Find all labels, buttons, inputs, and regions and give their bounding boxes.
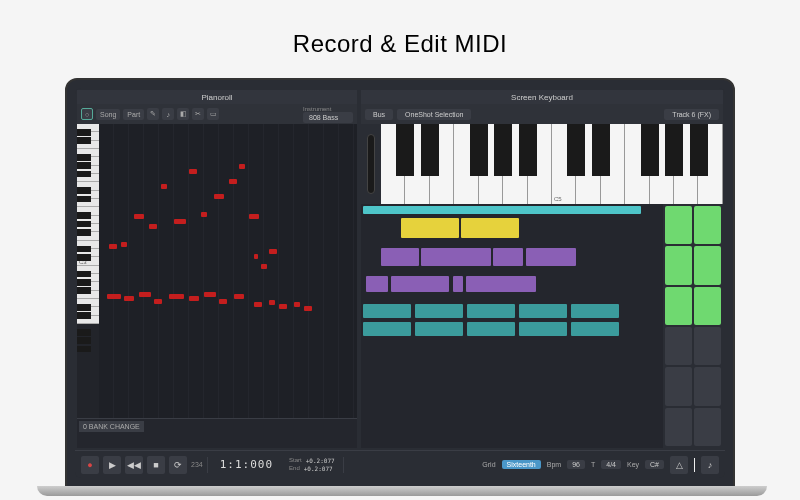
midi-note[interactable] [109,244,117,249]
clip[interactable] [391,276,449,292]
position-display[interactable]: 1:1:000 [212,458,281,471]
key-value[interactable]: C# [645,460,664,469]
midi-note[interactable] [261,264,267,269]
midi-note[interactable] [269,300,275,305]
clip[interactable] [415,304,463,318]
drum-pad[interactable] [694,206,721,244]
clips-timeline[interactable] [361,204,663,448]
clip[interactable] [381,248,419,266]
select-tool-icon[interactable]: ▭ [207,108,219,120]
clip[interactable] [467,304,515,318]
midi-note[interactable] [169,294,184,299]
loop-button[interactable]: ⟳ [169,456,187,474]
midi-note[interactable] [134,214,144,219]
stop-button[interactable]: ■ [147,456,165,474]
drum-pad[interactable] [665,327,692,365]
mod-pitch-wheels[interactable] [361,124,381,204]
piano-key-black[interactable] [592,124,610,176]
midi-note[interactable] [254,254,258,259]
clip[interactable] [363,206,641,214]
midi-note[interactable] [107,294,121,299]
clip[interactable] [571,322,619,336]
grid-selector[interactable]: Sixteenth [502,460,541,469]
midi-note[interactable] [121,242,127,247]
bpm-value[interactable]: 96 [567,460,585,469]
pianoroll-editor[interactable]: C3 [77,124,357,418]
drum-pad[interactable] [665,367,692,405]
clip[interactable] [363,304,411,318]
midi-note[interactable] [219,299,227,304]
midi-note[interactable] [201,212,207,217]
metronome-icon[interactable]: △ [670,456,688,474]
drum-pad[interactable] [665,246,692,284]
midi-note[interactable] [254,302,262,307]
note-snap-icon[interactable]: ♪ [701,456,719,474]
midi-note[interactable] [279,304,287,309]
drum-pad[interactable] [665,287,692,325]
clip[interactable] [519,322,567,336]
midi-note[interactable] [149,224,157,229]
piano-keys-column[interactable] [77,124,99,418]
clip[interactable] [526,248,576,266]
clip[interactable] [421,248,491,266]
clip[interactable] [519,304,567,318]
clip[interactable] [363,322,411,336]
pitch-wheel[interactable] [367,134,375,194]
clip[interactable] [401,218,459,238]
midi-note[interactable] [249,214,259,219]
drum-pad[interactable] [694,367,721,405]
midi-note[interactable] [154,299,162,304]
midi-note[interactable] [234,294,244,299]
timesig-value[interactable]: 4/4 [601,460,621,469]
mode-song-button[interactable]: Song [96,109,120,120]
drum-pad[interactable] [665,206,692,244]
clip[interactable] [453,276,463,292]
midi-note[interactable] [189,169,197,174]
piano-key-black[interactable] [690,124,708,176]
clip[interactable] [461,218,519,238]
midi-note[interactable] [239,164,245,169]
midi-note[interactable] [294,302,300,307]
midi-note[interactable] [269,249,277,254]
instrument-selector[interactable]: 808 Bass [303,112,353,123]
lane-type-label[interactable]: 0 BANK CHANGE [79,421,144,432]
clip[interactable] [467,322,515,336]
midi-note[interactable] [124,296,134,301]
note-tool-icon[interactable]: ♪ [162,108,174,120]
midi-note[interactable] [139,292,151,297]
midi-note[interactable] [189,296,199,301]
piano-key-black[interactable] [665,124,683,176]
rewind-button[interactable]: ◀◀ [125,456,143,474]
drum-pads-grid[interactable] [663,204,723,448]
piano-key-black[interactable] [470,124,488,176]
mode-part-button[interactable]: Part [123,109,144,120]
piano-key-black[interactable] [567,124,585,176]
eraser-tool-icon[interactable]: ◧ [177,108,189,120]
bus-button[interactable]: Bus [365,109,393,120]
record-button[interactable]: ● [81,456,99,474]
midi-note[interactable] [161,184,167,189]
midi-note[interactable] [304,306,312,311]
piano-key-black[interactable] [396,124,414,176]
clip[interactable] [466,276,536,292]
drum-pad[interactable] [694,327,721,365]
clip[interactable] [493,248,523,266]
cut-tool-icon[interactable]: ✂ [192,108,204,120]
midi-note[interactable] [174,219,186,224]
automation-lane[interactable]: 0 BANK CHANGE [77,418,357,448]
midi-note[interactable] [204,292,216,297]
oneshot-button[interactable]: OneShot Selection [397,109,471,120]
drum-pad[interactable] [694,287,721,325]
piano-key-black[interactable] [421,124,439,176]
clip[interactable] [571,304,619,318]
locator-block[interactable]: Start+0.2:077 End+0.2:077 [285,457,339,471]
piano-key-black[interactable] [494,124,512,176]
midi-note-grid[interactable]: C3 [99,124,357,418]
drum-pad[interactable] [694,246,721,284]
piano-key-black[interactable] [519,124,537,176]
clip[interactable] [415,322,463,336]
piano-key-black[interactable] [641,124,659,176]
midi-note[interactable] [214,194,224,199]
play-button[interactable]: ▶ [103,456,121,474]
midi-note[interactable] [229,179,237,184]
